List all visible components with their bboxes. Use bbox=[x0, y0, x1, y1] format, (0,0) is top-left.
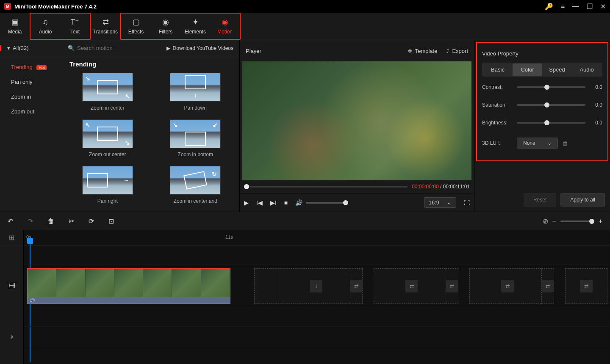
motion-item[interactable]: ↻ Zoom in center and bbox=[158, 166, 234, 204]
audio-track-header: ♪ bbox=[0, 327, 23, 346]
search-box[interactable]: 🔍 bbox=[64, 45, 161, 51]
lut-label: 3D LUT: bbox=[482, 140, 513, 146]
text-icon: T⁺ bbox=[71, 18, 80, 26]
motion-item-label: Zoom out center bbox=[89, 152, 126, 157]
property-tabs: Basic Color Speed Audio bbox=[482, 63, 602, 77]
next-frame-button[interactable]: ▶I bbox=[270, 199, 277, 206]
zoom-in-button[interactable]: + bbox=[599, 218, 602, 225]
crop-button[interactable]: ⊡ bbox=[108, 217, 114, 225]
motion-item[interactable]: ↖↘ Zoom out center bbox=[69, 119, 146, 157]
close-icon[interactable]: ✕ bbox=[600, 3, 606, 11]
tool-motion[interactable]: ◉ Motion bbox=[210, 14, 240, 39]
download-youtube-button[interactable]: ▶ Download YouTube Videos bbox=[161, 45, 239, 51]
play-button[interactable]: ▶ bbox=[244, 199, 249, 206]
video-preview[interactable] bbox=[242, 61, 471, 180]
export-button[interactable]: ⤴ Export bbox=[446, 48, 468, 54]
saturation-value: 0.0 bbox=[590, 102, 602, 108]
clip-placeholder[interactable]: ⇄ bbox=[446, 268, 458, 304]
prev-frame-button[interactable]: I◀ bbox=[256, 199, 263, 206]
category-pan-only[interactable]: Pan only bbox=[0, 74, 64, 89]
maximize-icon[interactable]: ❐ bbox=[587, 3, 593, 11]
motion-item-label: Zoom in center bbox=[91, 105, 125, 111]
time-ruler[interactable]: 0s 11s bbox=[24, 230, 610, 245]
chevron-down-icon: ▾ bbox=[7, 45, 10, 51]
clip-placeholder[interactable]: ⇄ bbox=[350, 268, 363, 304]
minimize-icon[interactable]: — bbox=[572, 3, 579, 10]
fit-timeline-icon[interactable]: ⎚ bbox=[543, 218, 548, 225]
audio-track[interactable] bbox=[24, 327, 610, 346]
menu-icon[interactable]: ≡ bbox=[561, 3, 565, 10]
tool-motion-label: Motion bbox=[217, 29, 233, 35]
motion-item[interactable]: ↘↙ Zoom in bottom bbox=[158, 119, 234, 157]
tab-audio[interactable]: Audio bbox=[572, 63, 602, 76]
saturation-slider[interactable] bbox=[517, 104, 585, 106]
stop-button[interactable]: ■ bbox=[284, 199, 288, 206]
speed-button[interactable]: ⟳ bbox=[89, 217, 94, 225]
tool-elements[interactable]: ✦ Elements bbox=[180, 14, 210, 39]
redo-button[interactable]: ↷ bbox=[28, 217, 33, 225]
undo-button[interactable]: ↶ bbox=[8, 217, 13, 225]
tool-transitions-label: Transitions bbox=[93, 29, 118, 35]
clip-placeholder[interactable]: ⇄ bbox=[374, 268, 450, 304]
tab-color[interactable]: Color bbox=[513, 63, 542, 76]
motion-item-label: Pan right bbox=[97, 198, 118, 204]
tool-effects-label: Effects bbox=[128, 29, 144, 35]
key-icon[interactable]: 🔑 bbox=[545, 3, 553, 11]
tab-speed[interactable]: Speed bbox=[542, 63, 572, 76]
aspect-ratio-select[interactable]: 16:9 ⌄ bbox=[424, 197, 456, 208]
zoom-slider[interactable] bbox=[560, 221, 594, 222]
category-trending[interactable]: Trending Hot bbox=[0, 60, 64, 74]
tool-effects[interactable]: ▢ Effects bbox=[121, 14, 151, 39]
lut-select[interactable]: None ⌄ bbox=[517, 138, 558, 149]
tool-audio[interactable]: ♫ Audio bbox=[30, 14, 60, 39]
category-zoom-out[interactable]: Zoom out bbox=[0, 104, 64, 119]
effect-track-header bbox=[0, 245, 23, 265]
search-input[interactable] bbox=[77, 45, 141, 51]
tab-basic[interactable]: Basic bbox=[483, 63, 513, 76]
progress-slider[interactable] bbox=[244, 186, 408, 188]
clip-placeholder[interactable]: ⇄ bbox=[565, 268, 607, 304]
brightness-label: Brightness: bbox=[482, 120, 513, 126]
tool-audio-label: Audio bbox=[39, 29, 52, 35]
import-icon: ⤓ bbox=[310, 280, 322, 292]
delete-lut-icon[interactable]: 🗑 bbox=[562, 140, 568, 146]
contrast-label: Contrast: bbox=[482, 84, 513, 90]
text-track[interactable] bbox=[24, 307, 610, 327]
fullscreen-button[interactable]: ⛶ bbox=[464, 199, 470, 206]
volume-icon[interactable]: 🔊 bbox=[295, 199, 302, 206]
category-all-button[interactable]: ▾ All(32) bbox=[0, 45, 64, 51]
video-clip[interactable]: 🔊 bbox=[27, 268, 230, 304]
swap-icon: ⇄ bbox=[580, 280, 593, 292]
clip-placeholder[interactable]: ⤓ bbox=[278, 268, 354, 304]
time-total: 00:00:11:01 bbox=[443, 184, 470, 190]
motion-item[interactable]: ↓ Pan down bbox=[158, 73, 234, 111]
tool-media[interactable]: ▣ Media bbox=[0, 13, 30, 40]
tool-filters[interactable]: ◉ Filters bbox=[151, 14, 180, 39]
video-track[interactable]: 🔊 ⇄ ⤓ ⇄ ⇄ ⇄ ⇄ ⇄ ⇄ bbox=[24, 265, 610, 307]
delete-button[interactable]: 🗑 bbox=[47, 218, 54, 225]
clip-placeholder[interactable]: ⇄ bbox=[541, 268, 554, 304]
gallery-title: Trending bbox=[69, 61, 233, 68]
template-label: Template bbox=[415, 48, 438, 54]
add-track-button[interactable]: ⊞ bbox=[0, 230, 23, 245]
tool-text[interactable]: T⁺ Text bbox=[60, 14, 90, 39]
split-button[interactable]: ✂ bbox=[69, 217, 74, 225]
apply-to-all-button[interactable]: Apply to all bbox=[560, 193, 605, 207]
export-label: Export bbox=[452, 48, 468, 54]
zoom-out-button[interactable]: − bbox=[552, 218, 556, 225]
motion-item[interactable]: ↘↖ Zoom in center bbox=[69, 73, 146, 111]
brightness-slider[interactable] bbox=[517, 122, 585, 124]
music-icon: ♫ bbox=[42, 18, 48, 26]
motion-item[interactable]: → Pan right bbox=[69, 166, 146, 204]
tool-transitions[interactable]: ⇄ Transitions bbox=[91, 13, 120, 40]
contrast-slider[interactable] bbox=[517, 86, 585, 88]
playhead[interactable] bbox=[27, 238, 33, 244]
youtube-icon: ▶ bbox=[166, 45, 170, 51]
clip-placeholder[interactable]: ⇄ bbox=[469, 268, 546, 304]
volume-slider[interactable] bbox=[306, 202, 348, 204]
template-button[interactable]: ❖ Template bbox=[408, 48, 438, 54]
tool-elements-label: Elements bbox=[185, 29, 206, 35]
effect-track[interactable] bbox=[24, 245, 610, 265]
category-zoom-in[interactable]: Zoom in bbox=[0, 89, 64, 104]
reset-button[interactable]: Reset bbox=[524, 193, 556, 207]
